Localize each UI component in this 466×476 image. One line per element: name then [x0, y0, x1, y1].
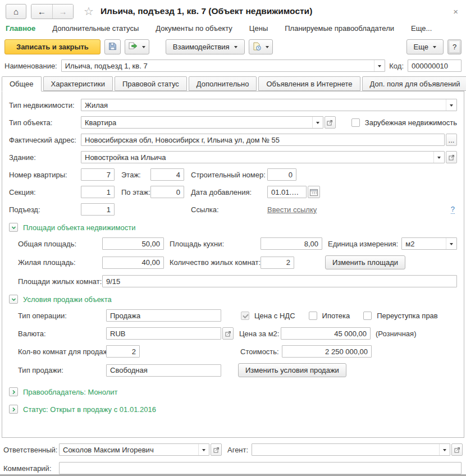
property-type-select[interactable]: Жилая — [81, 99, 457, 111]
reassignment-checkbox[interactable] — [363, 312, 372, 320]
collapse-chevron-icon[interactable] — [9, 295, 18, 304]
enter-link-action[interactable]: Ввести ссылку — [267, 205, 317, 214]
dropdown-arrow-icon[interactable] — [312, 117, 319, 128]
menu-item-additional-statuses[interactable]: Дополнительные статусы — [52, 24, 139, 33]
object-type-open-button[interactable] — [325, 116, 336, 129]
construction-number-input[interactable]: 0 — [267, 168, 296, 181]
address-input[interactable]: Новосибирская обл, Новосибирск г, Ильича… — [81, 134, 445, 146]
close-icon[interactable]: × — [451, 7, 460, 16]
create-based-on-button[interactable] — [125, 39, 149, 54]
section-input[interactable]: 1 — [81, 186, 115, 198]
rightholder-section-title[interactable]: Правообладатель: Монолит — [23, 388, 118, 396]
interactions-button[interactable]: Взаимодействия — [166, 39, 245, 54]
living-area-input[interactable]: 40,00 — [102, 257, 164, 269]
expand-chevron-icon[interactable] — [9, 387, 18, 396]
unit-select[interactable]: м2 — [401, 237, 457, 250]
agent-select[interactable] — [252, 443, 450, 456]
tab-internet-ads[interactable]: Объявления в Интернете — [258, 76, 360, 91]
status-section-header: Статус: Открыт в продажу с 01.01.2016 — [9, 405, 457, 414]
expand-chevron-icon[interactable] — [9, 405, 18, 414]
home-button[interactable]: ⌂ — [6, 4, 26, 19]
create-based-on-icon — [129, 42, 138, 52]
favorite-star-icon[interactable]: ☆ — [84, 6, 94, 17]
building-select[interactable]: Новостройка на Ильича — [81, 151, 445, 163]
dropdown-arrow-icon[interactable] — [374, 60, 381, 71]
tab-legal-status[interactable]: Правовой статус — [115, 76, 187, 91]
rightholder-section-header: Правообладатель: Монолит — [9, 387, 457, 396]
currency-label: Валюта: — [18, 329, 106, 338]
apt-number-input[interactable]: 7 — [81, 168, 115, 181]
date-added-input[interactable]: 01.01.2016 — [267, 186, 307, 198]
mortgage-checkbox[interactable] — [309, 312, 317, 320]
areas-section-title[interactable]: Площади объекта недвижимости — [23, 223, 136, 232]
open-icon — [449, 154, 455, 161]
entrance-label: Подъезд: — [9, 205, 81, 214]
dropdown-arrow-icon[interactable] — [446, 99, 453, 111]
menu-item-more[interactable]: Еще... — [411, 24, 432, 33]
dropdown-arrow-icon[interactable] — [433, 152, 441, 163]
name-input[interactable]: Ильича, подъезд 1, кв. 7 — [61, 60, 386, 72]
areas-section-header: Площади объекта недвижимости — [9, 223, 457, 232]
foreign-property-checkbox[interactable] — [351, 118, 360, 127]
construction-number-label: Строительный номер: — [191, 171, 267, 179]
comment-input[interactable] — [59, 462, 462, 474]
address-more-button[interactable]: ... — [446, 134, 457, 146]
dropdown-arrow-icon[interactable] — [439, 444, 446, 455]
help-button[interactable]: ? — [447, 39, 462, 54]
save-and-close-button[interactable]: Записать и закрыть — [4, 39, 100, 54]
tab-characteristics[interactable]: Характеристики — [43, 76, 113, 91]
calendar-button[interactable] — [308, 186, 320, 198]
tab-additional[interactable]: Дополнительно — [189, 76, 257, 91]
change-areas-button[interactable]: Изменить площади — [325, 255, 405, 269]
to-floor-label: По этаж: — [121, 188, 150, 196]
sale-type-input[interactable]: Свободная — [106, 364, 221, 377]
vat-label: Цена с НДС — [254, 312, 295, 320]
comment-label: Комментарий: — [3, 464, 59, 473]
responsible-select[interactable]: Соколов Максим Игоревич — [59, 443, 209, 456]
rooms-count-input[interactable]: 2 — [261, 257, 294, 269]
field-help-link[interactable]: ? — [451, 205, 455, 214]
entrance-input[interactable]: 1 — [81, 203, 115, 216]
building-open-button[interactable] — [446, 151, 457, 163]
object-type-label: Тип объекта: — [9, 118, 81, 127]
open-icon — [213, 447, 220, 453]
dropdown-arrow-icon[interactable] — [446, 238, 453, 249]
collapse-chevron-icon[interactable] — [9, 223, 18, 232]
more-label: Еще — [414, 43, 428, 51]
menu-item-object-documents[interactable]: Документы по объекту — [156, 24, 232, 33]
currency-open-button[interactable] — [222, 327, 234, 340]
rooms-for-sale-input[interactable]: 2 — [106, 345, 140, 358]
dropdown-arrow-icon[interactable] — [198, 444, 205, 455]
operation-type-input[interactable]: Продажа — [106, 309, 221, 322]
unit-label: Единица измерения: — [328, 240, 398, 248]
to-floor-input[interactable]: 0 — [150, 186, 184, 198]
sale-section-title[interactable]: Условия продажи объекта — [23, 295, 112, 304]
currency-input[interactable]: RUB — [106, 327, 221, 340]
menu-item-main[interactable]: Главное — [6, 24, 35, 33]
save-button[interactable] — [104, 39, 121, 54]
tab-general[interactable]: Общее — [2, 76, 42, 91]
price-per-m2-input[interactable]: 45 000,00 — [281, 327, 371, 340]
forward-button[interactable]: → — [52, 4, 73, 19]
menu-item-prices[interactable]: Цены — [249, 24, 268, 33]
history-nav: ← → — [31, 4, 74, 19]
tab-ads-extra-fields[interactable]: Доп. поля для объявлений — [362, 76, 466, 91]
menu-item-planned-rightholders[interactable]: Планируемые правообладатели — [285, 24, 394, 33]
agent-open-button[interactable] — [451, 443, 463, 456]
code-input[interactable]: 000000010 — [408, 60, 462, 72]
cost-input[interactable]: 2 250 000,00 — [282, 345, 372, 358]
responsible-open-button[interactable] — [211, 443, 222, 456]
kitchen-area-input[interactable]: 8,00 — [261, 237, 322, 250]
sale-type-label: Тип продажи: — [18, 366, 106, 374]
room-areas-input[interactable]: 9/15 — [102, 275, 457, 287]
document-clock-button[interactable] — [249, 39, 273, 54]
status-section-title[interactable]: Статус: Открыт в продажу с 01.01.2016 — [23, 405, 156, 414]
total-area-input[interactable]: 50,00 — [102, 237, 164, 250]
change-sale-conditions-button[interactable]: Изменить условия продажи — [238, 363, 346, 377]
more-button[interactable]: Еще — [406, 39, 444, 54]
back-button[interactable]: ← — [31, 4, 52, 19]
code-label: Код: — [389, 62, 404, 70]
floor-input[interactable]: 4 — [150, 168, 184, 181]
dropdown-arrow-icon — [266, 46, 269, 50]
object-type-select[interactable]: Квартира — [81, 116, 323, 129]
